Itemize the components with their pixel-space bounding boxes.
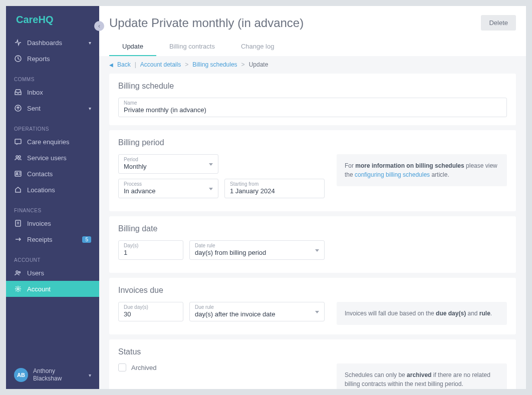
period-select[interactable]: Period Monthly (118, 154, 218, 174)
sidebar-item-label: Reports (27, 55, 50, 63)
section-title-schedule: Billing schedule (118, 82, 507, 91)
avatar: AB (14, 368, 28, 382)
sidebar-item-label: Inbox (27, 89, 43, 96)
home-icon (14, 186, 22, 194)
sidebar-heading: COMMS (6, 73, 99, 84)
breadcrumb-separator: > (241, 61, 245, 68)
sidebar-item-label: Sent (27, 105, 41, 112)
sidebar-item-care-enquiries[interactable]: Care enquiries (6, 134, 99, 150)
archived-label: Archived (131, 364, 157, 371)
page-title: Update Private monthly (in advance) (109, 16, 304, 30)
svg-point-10 (17, 288, 19, 290)
due-rule-label: Due rule (195, 304, 319, 310)
sidebar-item-account[interactable]: Account (6, 281, 99, 297)
starting-from-value: 1 January 2024 (230, 187, 319, 195)
section-status: Status Archived Schedules can only be ar… (109, 339, 516, 389)
days-input[interactable] (124, 249, 178, 256)
period-info-box: For more information on billing schedule… (337, 154, 507, 186)
sidebar-item-label: Receipts (27, 236, 53, 243)
breadcrumb-current: Update (249, 61, 269, 68)
days-label: Day(s) (124, 243, 178, 248)
sidebar-item-inbox[interactable]: Inbox (6, 84, 99, 100)
chevron-down-icon: ▾ (89, 372, 91, 378)
header: Update Private monthly (in advance) Dele… (99, 6, 526, 56)
breadcrumb-separator: | (135, 61, 136, 68)
logo-part1: Care (16, 14, 38, 25)
sidebar-item-label: Locations (27, 186, 55, 194)
user-last-name: Blackshaw (33, 375, 62, 383)
sidebar-item-receipts[interactable]: Receipts5 (6, 231, 99, 247)
message-icon (14, 138, 22, 146)
breadcrumb: ◀ Back | Account details>Billing schedul… (99, 56, 526, 74)
due-days-field[interactable]: Due day(s) (118, 302, 183, 321)
delete-button[interactable]: Delete (481, 15, 516, 31)
process-select[interactable]: Process In advance (118, 179, 218, 198)
name-field[interactable]: Name (118, 98, 507, 117)
sidebar-heading: FINANCES (6, 204, 99, 215)
section-billing-date: Billing date Day(s) (109, 216, 516, 273)
sidebar-item-label: Invoices (27, 220, 51, 227)
contact-icon (14, 170, 22, 178)
sidebar-item-reports[interactable]: Reports (6, 51, 99, 67)
due-info-box: Invoices will fall due based on the due … (337, 302, 507, 325)
sidebar-item-service-users[interactable]: Service users (6, 150, 99, 166)
gear-icon (14, 285, 22, 293)
user-menu[interactable]: AB Anthony Blackshaw ▾ (6, 361, 99, 389)
starting-from-label: Starting from (230, 181, 319, 187)
section-title-period: Billing period (118, 138, 507, 147)
section-title-status: Status (118, 347, 507, 356)
breadcrumb-link[interactable]: Account details (140, 61, 181, 68)
tabs: UpdateBilling contractsChange log (109, 38, 516, 56)
users-icon (14, 154, 22, 162)
sidebar-item-sent[interactable]: Sent▾ (6, 100, 99, 116)
svg-point-9 (19, 272, 21, 273)
status-info-box: Schedules can only be archived if there … (337, 363, 507, 389)
sidebar-item-dashboards[interactable]: Dashboards▾ (6, 35, 99, 51)
sidebar-item-label: Care enquiries (27, 138, 70, 146)
period-value: Monthly (124, 163, 213, 170)
sidebar-item-label: Account (27, 285, 51, 293)
svg-point-8 (16, 271, 18, 273)
send-icon (14, 104, 22, 112)
breadcrumb-separator: > (185, 61, 188, 68)
sidebar-item-invoices[interactable]: Invoices (6, 215, 99, 231)
main-content: ‹ Update Private monthly (in advance) De… (99, 6, 526, 389)
logo-part2: HQ (38, 14, 53, 25)
due-days-label: Due day(s) (124, 304, 178, 310)
sidebar-item-contacts[interactable]: Contacts (6, 166, 99, 182)
badge: 5 (82, 236, 91, 243)
period-label: Period (124, 157, 213, 162)
chevron-down-icon: ▾ (89, 40, 91, 46)
breadcrumb-back[interactable]: Back (117, 61, 131, 68)
breadcrumb-link[interactable]: Billing schedules (192, 61, 237, 68)
logo[interactable]: CareHQ (6, 6, 99, 32)
sidebar-item-label: Users (27, 269, 44, 277)
name-input[interactable] (124, 106, 501, 114)
receipt-icon (14, 235, 22, 243)
sidebar-item-locations[interactable]: Locations (6, 182, 99, 198)
tab-billing-contracts[interactable]: Billing contracts (156, 38, 228, 56)
date-rule-label: Date rule (195, 243, 319, 248)
due-rule-value: day(s) after the invoice date (195, 310, 319, 318)
inbox-icon (14, 88, 22, 96)
sidebar-item-users[interactable]: Users (6, 265, 99, 281)
configure-schedules-link[interactable]: configuring billing schedules (355, 171, 430, 178)
date-rule-select[interactable]: Date rule day(s) from billing period (189, 240, 325, 260)
due-days-input[interactable] (124, 310, 178, 318)
users2-icon (14, 269, 22, 277)
section-title-due: Invoices due (118, 286, 507, 295)
clock-icon (14, 55, 22, 63)
svg-point-6 (17, 173, 18, 174)
starting-from-field[interactable]: Starting from 1 January 2024 (224, 179, 325, 198)
sidebar-heading: ACCOUNT (6, 253, 99, 265)
collapse-sidebar-button[interactable]: ‹ (94, 21, 104, 31)
sidebar-item-label: Dashboards (27, 39, 62, 47)
archived-checkbox[interactable] (118, 363, 126, 371)
days-field[interactable]: Day(s) (118, 240, 183, 260)
date-rule-value: day(s) from billing period (195, 249, 319, 256)
back-caret-icon: ◀ (109, 62, 113, 68)
due-rule-select[interactable]: Due rule day(s) after the invoice date (189, 302, 325, 321)
name-label: Name (124, 100, 501, 106)
tab-change-log[interactable]: Change log (228, 38, 288, 56)
tab-update[interactable]: Update (109, 38, 156, 56)
